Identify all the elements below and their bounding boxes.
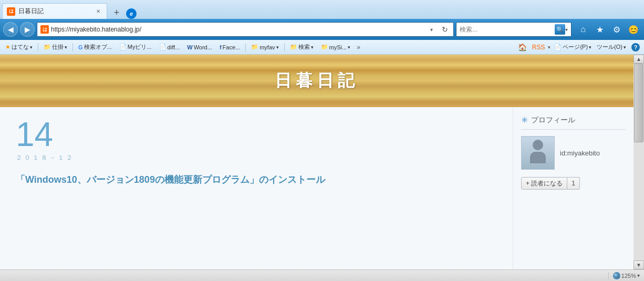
profile-header: ✳ プロフィール bbox=[521, 115, 626, 130]
bookmark-facebook[interactable]: f Face... bbox=[216, 41, 243, 53]
bookmark-separator-1 bbox=[38, 43, 38, 51]
url-text: https://miyakebito.hatenablog.jp/ bbox=[51, 26, 428, 33]
google-icon: G bbox=[78, 44, 83, 50]
settings-button[interactable]: ⚙ bbox=[609, 22, 624, 37]
dropdown-icon-4: ▾ bbox=[311, 45, 314, 50]
page-label: ページ(P) bbox=[563, 43, 588, 51]
tab-favicon: は bbox=[7, 7, 15, 16]
dropdown-icon: ▾ bbox=[30, 45, 33, 50]
help-button[interactable]: ? bbox=[629, 41, 642, 53]
toolbar-icon-1[interactable]: 🏠 bbox=[516, 41, 529, 53]
page-menu-button[interactable]: 📄 ページ(P) ▾ bbox=[552, 41, 594, 53]
tools-menu-button[interactable]: ツール(O) ▾ bbox=[595, 41, 628, 53]
bookmark-mysite[interactable]: 📁 mySi... ▾ bbox=[318, 41, 354, 53]
gear-icon: ⚙ bbox=[613, 25, 620, 35]
avatar-area: id:miyakebito bbox=[521, 136, 626, 170]
tab-bar: は 日暮日記 ✕ + e bbox=[0, 0, 644, 19]
search-dropdown-button[interactable]: ▾ bbox=[565, 27, 568, 33]
bookmark-folder-1[interactable]: 📁 仕掛 ▾ bbox=[40, 41, 70, 53]
url-favicon: は bbox=[40, 25, 49, 34]
star-icon: ★ bbox=[596, 25, 604, 35]
home-button[interactable]: ⌂ bbox=[576, 22, 590, 37]
zoom-level: 125% bbox=[621, 273, 636, 279]
search-input[interactable] bbox=[460, 26, 555, 33]
scroll-track[interactable] bbox=[633, 64, 644, 261]
folder-icon-3: 📁 bbox=[290, 44, 297, 50]
follow-button[interactable]: + 読者になる bbox=[521, 177, 567, 190]
tab-title: 日暮日記 bbox=[18, 7, 91, 16]
diff-icon: 📄 bbox=[159, 44, 167, 50]
page-menu-icon: 📄 bbox=[554, 44, 562, 51]
date-year-month: ２０１８－１２ bbox=[16, 153, 497, 162]
avatar-silhouette bbox=[528, 140, 547, 166]
page-dropdown-icon: ▾ bbox=[589, 45, 591, 50]
rss-button[interactable]: RSS bbox=[530, 41, 547, 53]
bookmark-mybili[interactable]: 📄 Myビリ... bbox=[116, 41, 155, 53]
back-arrow-icon: ◀ bbox=[8, 25, 14, 34]
main-area: 日暮日記 14 ２０１８－１２ 「Windows10、バージョン1809の機能更… bbox=[0, 55, 644, 269]
refresh-button[interactable]: ↻ bbox=[440, 24, 450, 35]
page-body: 14 ２０１８－１２ 「Windows10、バージョン1809の機能更新プログラ… bbox=[0, 107, 633, 269]
ie-icon: e bbox=[126, 8, 137, 19]
avatar bbox=[521, 136, 555, 170]
tools-label: ツール(O) bbox=[597, 43, 622, 51]
bookmark-separator-4 bbox=[284, 43, 285, 51]
url-bar[interactable]: は https://miyakebito.hatenablog.jp/ ▾ ↻ bbox=[37, 22, 454, 37]
avatar-body bbox=[530, 152, 546, 163]
profile-label: プロフィール bbox=[531, 116, 575, 125]
smiley-icon: 😊 bbox=[628, 25, 639, 35]
forward-button[interactable]: ▶ bbox=[20, 22, 35, 37]
profile-box: id:miyakebito + 読者になる 1 bbox=[521, 136, 626, 190]
emoji-button[interactable]: 😊 bbox=[626, 22, 641, 37]
user-id: id:miyakebito bbox=[560, 149, 600, 157]
vertical-scrollbar[interactable]: ▲ ▼ bbox=[633, 55, 644, 269]
bookmark-separator-2 bbox=[72, 43, 73, 51]
bookmark-myfav[interactable]: 📁 myfav ▾ bbox=[248, 41, 282, 53]
folder-icon-2: 📁 bbox=[251, 44, 258, 50]
bookmark-google[interactable]: G 検索オブ... bbox=[75, 41, 115, 53]
sidebar: ✳ プロフィール id:miyakebito bbox=[513, 107, 633, 269]
status-bar: 🔍 125% ▾ bbox=[0, 269, 644, 281]
bookmark-word[interactable]: W Word... bbox=[184, 41, 215, 53]
article-title[interactable]: 「Windows10、バージョン1809の機能更新プログラム」のインストール bbox=[16, 173, 497, 187]
back-button[interactable]: ◀ bbox=[3, 22, 18, 37]
zoom-icon: 🔍 bbox=[613, 272, 620, 279]
dropdown-icon-3: ▾ bbox=[276, 45, 279, 50]
word-icon: W bbox=[187, 44, 192, 50]
scroll-up-button[interactable]: ▲ bbox=[633, 55, 644, 64]
blog-header: 日暮日記 bbox=[0, 55, 633, 107]
home-toolbar-icon: 🏠 bbox=[518, 43, 527, 51]
scroll-thumb[interactable] bbox=[634, 64, 643, 142]
avatar-head bbox=[533, 140, 543, 150]
main-content: 14 ２０１８－１２ 「Windows10、バージョン1809の機能更新プログラ… bbox=[0, 107, 513, 269]
address-bar: ◀ ▶ は https://miyakebito.hatenablog.jp/ … bbox=[0, 19, 644, 40]
browser-toolbar-right: ⌂ ★ ⚙ 😊 bbox=[576, 22, 641, 37]
bookmark-hatena[interactable]: ★ はてな ▾ bbox=[2, 41, 36, 53]
home-icon: ⌂ bbox=[580, 25, 586, 34]
blog-title: 日暮日記 bbox=[275, 69, 359, 92]
search-icon: 🔍 bbox=[556, 26, 564, 33]
tab-close-button[interactable]: ✕ bbox=[94, 7, 102, 16]
scroll-down-button[interactable]: ▼ bbox=[633, 261, 644, 269]
tools-dropdown-icon: ▾ bbox=[624, 45, 626, 50]
facebook-icon: f bbox=[220, 44, 222, 50]
zoom-dropdown-button[interactable]: ▾ bbox=[637, 273, 640, 278]
search-button[interactable]: 🔍 bbox=[555, 24, 565, 35]
zoom-area: 🔍 125% ▾ bbox=[608, 272, 640, 279]
new-tab-button[interactable]: + bbox=[109, 6, 124, 19]
browser-window: は 日暮日記 ✕ + e ◀ ▶ は https://miyakebito.ha… bbox=[0, 0, 644, 281]
rss-dropdown[interactable]: ▾ bbox=[548, 45, 550, 50]
bookmark-search[interactable]: 📁 検索 ▾ bbox=[287, 41, 317, 53]
search-box[interactable]: 🔍 ▾ bbox=[456, 22, 572, 37]
active-tab[interactable]: は 日暮日記 ✕ bbox=[2, 3, 107, 19]
favorites-button[interactable]: ★ bbox=[593, 22, 607, 37]
bookmarks-more-button[interactable]: » bbox=[355, 44, 362, 51]
bookmarks-bar: ★ はてな ▾ 📁 仕掛 ▾ G 検索オブ... 📄 Myビリ... 📄 dif… bbox=[0, 40, 644, 55]
bookmark-diff[interactable]: 📄 diff... bbox=[156, 41, 183, 53]
url-dropdown-button[interactable]: ▾ bbox=[430, 27, 438, 33]
help-icon: ? bbox=[631, 43, 640, 51]
forward-arrow-icon: ▶ bbox=[25, 25, 30, 34]
follow-count[interactable]: 1 bbox=[567, 177, 580, 190]
content-area: 日暮日記 14 ２０１８－１２ 「Windows10、バージョン1809の機能更… bbox=[0, 55, 644, 269]
mybili-icon: 📄 bbox=[119, 44, 127, 50]
